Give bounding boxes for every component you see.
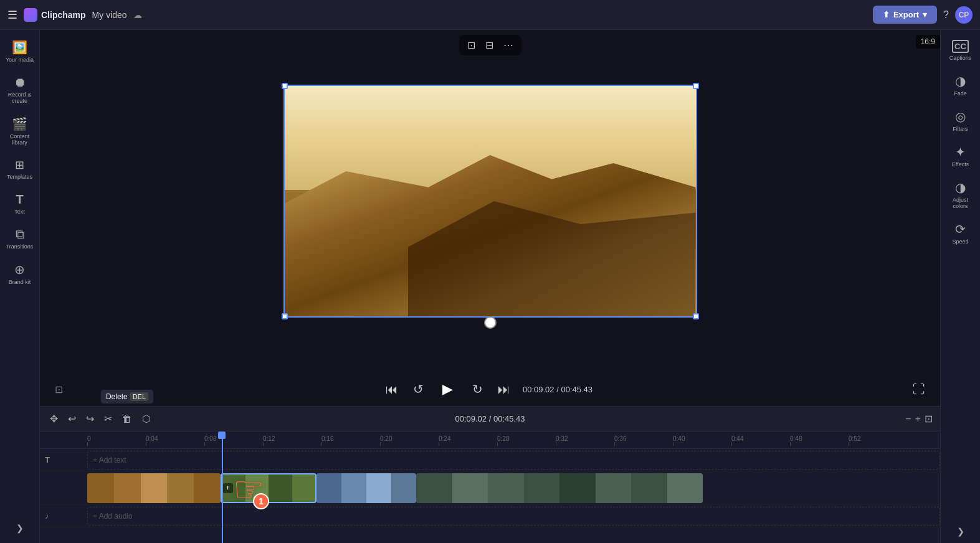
add-audio-label: + Add audio [93,512,133,521]
video-title[interactable]: My video [92,10,127,20]
sidebar-item-content-library[interactable]: 🎬 Content library [2,111,38,151]
sidebar-collapse-button[interactable]: ❯ [16,523,24,538]
fit-timeline-button[interactable]: ⊡ [925,413,933,425]
your-media-icon: 🖼️ [12,40,27,55]
clip-1-stripes [87,473,221,503]
export-button[interactable]: ⬆ Export ▾ [873,6,937,24]
fast-forward-button[interactable]: ↻ [470,379,485,399]
ruler-mark-52: 0:52 [849,435,907,446]
right-sidebar-item-captions[interactable]: CC Captions [943,35,979,66]
left-sidebar: 🖼️ Your media ⏺ Record &create 🎬 Content… [0,30,40,543]
right-sidebar: CC Captions ◑ Fade ◎ Filters ✦ Effects ◑… [940,30,980,543]
filters-icon: ◎ [955,109,966,124]
captions-label: Captions [949,55,972,61]
rewind-button[interactable]: ↺ [411,379,426,399]
move-tool-button[interactable]: ✥ [47,410,60,427]
text-track-icon: T [45,455,50,465]
sidebar-item-brand-kit[interactable]: ⊕ Brand kit [2,257,38,290]
video-clip-2-selected[interactable]: ⏸ [221,473,316,503]
sidebar-item-your-media[interactable]: 🖼️ Your media [2,35,38,68]
avatar[interactable]: CP [955,6,973,24]
help-icon[interactable]: ? [943,9,949,21]
ruler-mark-4: 0:04 [146,435,204,446]
filters-label: Filters [953,126,968,132]
delete-button-container: 🗑 Delete DEL [120,411,135,427]
sidebar-item-label-text: Text [14,209,25,215]
video-clip-1[interactable] [87,473,221,503]
audio-track-content: + Add audio [87,505,940,527]
clip-3-stripes [316,473,416,503]
add-audio-button[interactable]: + Add audio [87,507,940,526]
topbar: ☰ Clipchamp My video ☁ ⬆ Export ▾ ? CP [0,0,980,30]
playhead-center-dot[interactable] [484,316,497,329]
sidebar-item-label-transitions: Transitions [6,243,34,250]
timeline-toolbar: ✥ ↩ ↪ ✂ 🗑 Delete DEL ⬡ 00:09.02 / 00:45.… [40,407,940,432]
sidebar-item-templates[interactable]: ⊞ Templates [2,153,38,185]
corner-handle-tl[interactable] [282,83,288,89]
save-clip-button[interactable]: ⬡ [140,410,153,427]
right-sidebar-item-effects[interactable]: ✦ Effects [943,139,979,172]
right-sidebar-collapse-button[interactable]: ❮ [957,523,964,538]
zoom-out-button[interactable]: − [905,413,911,425]
export-chevron-icon: ▾ [923,10,927,19]
skip-to-end-button[interactable]: ⏭ [495,380,513,399]
video-frame-wrapper [283,85,697,318]
timeline-tracks-container: 0 0:04 0:08 0:12 [40,432,940,543]
ruler-mark-8: 0:08 [204,435,263,446]
clip-pause-badge: ⏸ [223,483,233,493]
audio-track-label: ♪ [40,512,87,521]
clip-2-stripes [222,475,315,502]
sidebar-item-label-record: Record &create [8,92,32,104]
zoom-in-button[interactable]: + [915,413,921,425]
delete-shortcut-badge: DEL [130,392,148,401]
redo-button[interactable]: ↪ [83,410,97,427]
sidebar-item-label-templates: Templates [7,174,32,180]
sidebar-item-label-your-media: Your media [6,57,34,63]
video-clip-4[interactable] [416,473,703,503]
right-sidebar-item-adjust-colors[interactable]: ◑ Adjust colors [943,175,979,214]
adjust-colors-icon: ◑ [955,180,966,195]
timeline-section: ✥ ↩ ↪ ✂ 🗑 Delete DEL ⬡ 00:09.02 / 00:45.… [40,406,940,543]
undo-button[interactable]: ↩ [65,410,78,427]
topbar-left: ☰ Clipchamp My video ☁ [7,8,865,22]
logo: Clipchamp [24,8,86,22]
skip-to-start-button[interactable]: ⏮ [383,380,401,399]
sidebar-item-text[interactable]: T Text [2,187,38,220]
corner-handle-tr[interactable] [693,83,699,89]
ruler-mark-32: 0:32 [556,435,614,446]
right-sidebar-item-speed[interactable]: ⟳ Speed [943,217,979,250]
ruler-mark-44: 0:44 [731,435,790,446]
cloud-sync-icon: ☁ [133,10,142,20]
cut-button[interactable]: ✂ [102,410,115,427]
corner-handle-bl[interactable] [282,313,288,319]
aspect-ratio-badge[interactable]: 16:9 [916,35,940,49]
right-sidebar-item-filters[interactable]: ◎ Filters [943,104,979,137]
topbar-right: ⬆ Export ▾ ? CP [873,6,973,24]
zoom-controls: − + ⊡ [905,413,933,425]
text-icon: T [16,192,23,207]
fade-label: Fade [954,90,967,97]
add-text-button[interactable]: + Add text [87,451,940,470]
right-sidebar-item-fade[interactable]: ◑ Fade [943,68,979,102]
ruler-mark-16: 0:16 [321,435,380,446]
fullscreen-button[interactable]: ⛶ [910,380,928,399]
audio-track-icon: ♪ [45,512,49,521]
video-toolbar: ⊡ ⊟ ⋯ [459,35,521,55]
menu-icon[interactable]: ☰ [7,8,17,22]
captions-button[interactable]: ⊡ [52,381,65,398]
crop-button[interactable]: ⊡ [464,37,478,53]
video-clip-3[interactable] [316,473,416,503]
sidebar-item-record-create[interactable]: ⏺ Record &create [2,70,38,109]
audio-track-row: ♪ + Add audio [40,505,940,527]
delete-button[interactable]: 🗑 [120,411,135,427]
more-options-button[interactable]: ⋯ [500,37,516,53]
layout-button[interactable]: ⊟ [482,37,497,53]
delete-tooltip: Delete DEL [101,390,153,404]
sidebar-item-transitions[interactable]: ⧉ Transitions [2,222,38,255]
content-library-icon: 🎬 [12,116,27,131]
corner-handle-br[interactable] [693,313,699,319]
playhead-top-marker[interactable] [218,432,226,439]
transitions-icon: ⧉ [16,227,24,242]
ruler-marks: 0 0:04 0:08 0:12 [40,432,940,446]
play-button[interactable]: ▶ [436,377,460,401]
